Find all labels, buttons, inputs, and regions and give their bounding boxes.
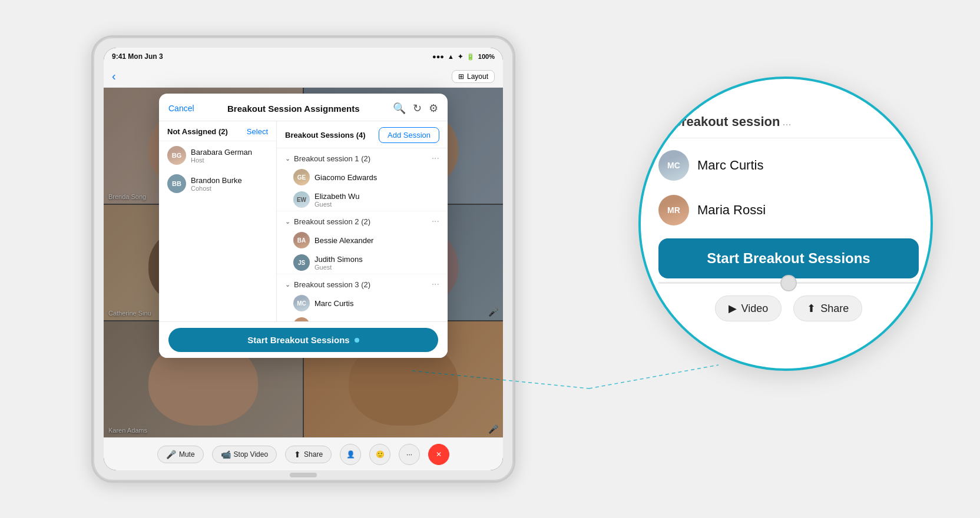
zoom-divider (658, 282, 919, 284)
select-link[interactable]: Select (247, 127, 268, 136)
video-icon: 📹 (221, 450, 231, 459)
back-button[interactable]: ‹ (112, 69, 116, 83)
role-elizabeth: Guest (314, 201, 359, 208)
reactions-button[interactable]: 🙂 (369, 444, 390, 465)
avatar-barabara: BG (167, 146, 186, 165)
zoom-session-title: Breakout session (672, 114, 780, 130)
session-2-name: Breakout session 2 (2) (294, 217, 370, 226)
session-2-p2: JS Judith Simons Guest (277, 251, 448, 274)
mute-label: Mute (179, 450, 195, 459)
settings-icon[interactable]: ⚙ (429, 102, 438, 115)
zoom-avatar-maria: MR (658, 195, 689, 225)
zoom-share-icon: ⬆ (807, 302, 816, 315)
avatar-marc-modal: MC (293, 295, 310, 311)
role-barabara: Host (191, 157, 252, 164)
role-judith: Guest (314, 264, 363, 271)
avatar-elizabeth: EW (293, 191, 310, 208)
avatar-giacomo: GE (293, 169, 310, 185)
cancel-button[interactable]: Cancel (168, 104, 194, 113)
mic-icon: 🎤 (166, 450, 176, 459)
avatar-bessie: BA (293, 232, 310, 248)
tablet-frame: 9:41 Mon Jun 3 ●●● ▲ ✦ 🔋 100% ‹ ⊞ Layout… (91, 35, 515, 483)
modal-header: Cancel Breakout Session Assignments 🔍 ↻ … (159, 94, 448, 121)
sessions-title: Breakout Sessions (4) (285, 131, 366, 140)
not-assigned-panel: Not Assigned (2) Select BG Barabara Germ… (159, 121, 277, 321)
role-brandon: Cohost (191, 185, 242, 192)
modal-action-icons: 🔍 ↻ ⚙ (393, 102, 438, 115)
zoom-share-label: Share (820, 303, 849, 315)
end-call-button[interactable]: ✕ (428, 444, 449, 465)
info-giacomo: Giacomo Edwards (314, 173, 377, 182)
status-icons: ●●● ▲ ✦ 🔋 100% (432, 53, 495, 61)
chevron-session-2: ⌄ (285, 218, 290, 225)
more-session-1[interactable]: ··· (432, 153, 439, 164)
share-button[interactable]: ⬆ Share (285, 446, 332, 463)
session-3-name: Breakout session 3 (2) (294, 280, 370, 289)
tablet-home-button[interactable] (290, 473, 317, 477)
zoom-bottom-bar: ▶ Video ⬆ Share (658, 287, 919, 330)
zoom-content: Guest ⌄ Breakout session ... MC Marc Cur… (641, 79, 931, 368)
start-breakout-bar: Start Breakout Sessions (159, 321, 448, 358)
name-bessie: Bessie Alexander (314, 236, 373, 245)
zoom-video-icon: ▶ (729, 302, 737, 315)
end-icon: ✕ (436, 450, 442, 459)
mute-button[interactable]: 🎤 Mute (157, 446, 204, 463)
zoom-circle-container: Guest ⌄ Breakout session ... MC Marc Cur… (638, 77, 945, 383)
stop-video-button[interactable]: 📹 Stop Video (212, 446, 277, 463)
session-3-header: ⌄ Breakout session 3 (2) ··· (277, 274, 448, 292)
refresh-icon[interactable]: ↻ (413, 102, 422, 115)
info-judith: Judith Simons Guest (314, 255, 363, 271)
participant-brandon: BB Brandon Burke Cohost (159, 170, 276, 198)
share-icon: ⬆ (294, 450, 301, 459)
participant-barabara: BG Barabara German Host (159, 141, 276, 170)
toolbar: 🎤 Mute 📹 Stop Video ⬆ Share 👤 🙂 ··· ✕ (104, 437, 503, 470)
share-label: Share (304, 450, 323, 459)
modal-body: Not Assigned (2) Select BG Barabara Germ… (159, 121, 448, 321)
zoom-chevron-icon: ⌄ (658, 117, 666, 128)
avatar-judith: JS (293, 254, 310, 271)
session-1-p1: GE Giacomo Edwards (277, 166, 448, 188)
sessions-panel: Breakout Sessions (4) Add Session ⌄ Brea… (277, 121, 448, 321)
participants-button[interactable]: 👤 (340, 444, 361, 465)
zoom-guest-label: Guest (658, 97, 919, 112)
battery-icon: 🔋 (466, 53, 475, 61)
more-button[interactable]: ··· (399, 444, 420, 465)
name-maria-modal: Maria Rossi (314, 321, 355, 322)
info-brandon: Brandon Burke Cohost (191, 176, 242, 192)
name-brandon: Brandon Burke (191, 176, 242, 185)
info-bessie: Bessie Alexander (314, 236, 373, 245)
zoom-name-marc: Marc Curtis (697, 158, 763, 173)
zoom-participant-maria: MR Maria Rossi (658, 188, 919, 233)
layout-label: Layout (467, 72, 488, 81)
zoom-divider-dot (780, 275, 797, 291)
info-elizabeth: Elizabeth Wu Guest (314, 192, 359, 208)
zoom-session-header: ⌄ Breakout session ... (658, 114, 919, 138)
session-1-name: Breakout session 1 (2) (294, 154, 370, 163)
tablet-screen: 9:41 Mon Jun 3 ●●● ▲ ✦ 🔋 100% ‹ ⊞ Layout… (104, 48, 503, 470)
start-breakout-label: Start Breakout Sessions (247, 335, 349, 345)
status-time: 9:41 Mon Jun 3 (112, 52, 163, 61)
session-group-1: ⌄ Breakout session 1 (2) ··· GE Giacomo … (277, 148, 448, 211)
sessions-header: Breakout Sessions (4) Add Session (277, 121, 448, 148)
more-session-3[interactable]: ··· (432, 279, 439, 290)
more-session-2[interactable]: ··· (432, 216, 439, 227)
chevron-session-3: ⌄ (285, 281, 290, 288)
zoom-circle: Guest ⌄ Breakout session ... MC Marc Cur… (638, 77, 933, 371)
zoom-video-button[interactable]: ▶ Video (715, 295, 782, 321)
search-icon[interactable]: 🔍 (393, 102, 406, 115)
zoom-start-breakout-button[interactable]: Start Breakout Sessions (658, 238, 919, 278)
zoom-name-maria: Maria Rossi (697, 202, 766, 218)
name-judith: Judith Simons (314, 255, 363, 264)
zoom-share-button[interactable]: ⬆ Share (793, 295, 862, 321)
modal-overlay: Cancel Breakout Session Assignments 🔍 ↻ … (104, 88, 503, 437)
add-session-button[interactable]: Add Session (379, 127, 439, 143)
zoom-video-label: Video (741, 303, 769, 315)
layout-button[interactable]: ⊞ Layout (452, 70, 495, 83)
session-group-3: ⌄ Breakout session 3 (2) ··· MC Marc Cur… (277, 274, 448, 321)
battery-pct: 100% (478, 53, 495, 60)
sessions-list: ⌄ Breakout session 1 (2) ··· GE Giacomo … (277, 148, 448, 321)
start-breakout-button[interactable]: Start Breakout Sessions (168, 328, 438, 352)
not-assigned-title: Not Assigned (2) (167, 127, 228, 136)
zoom-avatar-marc: MC (658, 150, 689, 181)
session-1-p2: EW Elizabeth Wu Guest (277, 188, 448, 211)
